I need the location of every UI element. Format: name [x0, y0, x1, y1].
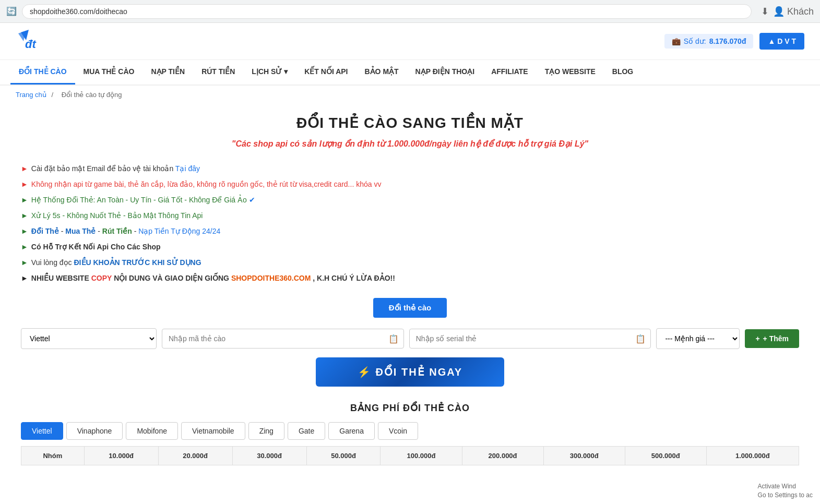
svg-text:đt: đt: [25, 38, 37, 51]
info-text-7: Vui lòng đọc ĐIỀU KHOẢN TRƯỚC KHI SỬ DỤN…: [31, 255, 201, 270]
breadcrumb-home[interactable]: Trang chủ: [16, 91, 46, 99]
logo[interactable]: đt: [16, 28, 47, 54]
info-item-7: ► Vui lòng đọc ĐIỀU KHOẢN TRƯỚC KHI SỬ D…: [21, 255, 799, 270]
carrier-tab-viettel[interactable]: Viettel: [21, 422, 63, 440]
nav-lich-su[interactable]: LỊCH SỬ ▾: [243, 60, 296, 85]
activate-text-1: Activate Wind: [758, 482, 813, 486]
them-button[interactable]: + + Thêm: [745, 329, 799, 348]
tai-day-link[interactable]: Tại đây: [175, 164, 200, 173]
arrow-icon-1: ►: [21, 161, 28, 176]
windows-activate: Activate Wind Go to Settings to ac: [751, 478, 820, 486]
header-right: 💼 Số dư: 8.176.070đ ▲ D V T: [664, 33, 804, 50]
balance-label: Số dư:: [684, 37, 706, 45]
copy-code-icon[interactable]: 📋: [388, 334, 399, 344]
copy-serial-icon[interactable]: 📋: [635, 334, 646, 344]
carrier-tabs: Viettel Vinaphone Mobifone Vietnamobile …: [21, 422, 799, 440]
nav-tao-website[interactable]: TẠO WEBSITE: [537, 60, 604, 85]
plus-icon: +: [755, 334, 759, 343]
info-item-2: ► Không nhận api từ game bài, thẻ ăn cắp…: [21, 177, 799, 191]
carrier-tab-mobifone[interactable]: Mobifone: [126, 422, 178, 440]
info-text-6: Có Hỗ Trợ Kết Nối Api Cho Các Shop: [31, 239, 161, 254]
nav-doi-the-cao[interactable]: ĐỔI THẺ CÀO: [10, 60, 75, 85]
main-content: ĐỔI THẺ CÀO SANG TIỀN MẶT "Các shop api …: [0, 104, 820, 486]
serial-input[interactable]: [409, 329, 651, 349]
address-bar[interactable]: shopdoithe360.com/doithecao: [22, 4, 752, 19]
info-item-8: ► NHIỀU WEBSITE COPY NỘI DUNG VÀ GIAO DI…: [21, 271, 799, 285]
nav-blog[interactable]: BLOG: [604, 60, 641, 85]
browser-icon: 🔄: [6, 6, 17, 16]
nav-bao-mat[interactable]: BẢO MẬT: [356, 60, 407, 85]
nav-nap-tien[interactable]: NẠP TIỀN: [142, 60, 193, 85]
arrow-icon-8: ►: [21, 271, 28, 285]
exchange-btn-wrap: ⚡ ĐỔI THẺ NGAY: [21, 357, 799, 387]
info-list: ► Cài đặt bảo mật Email để bảo vệ tài kh…: [21, 161, 799, 285]
info-item-6: ► Có Hỗ Trợ Kết Nối Api Cho Các Shop: [21, 239, 799, 254]
info-text-1: Cài đặt bảo mật Email để bảo vệ tài khoả…: [31, 161, 200, 176]
table-title: BẢNG PHÍ ĐỔI THẺ CÀO: [21, 402, 799, 414]
carrier-tab-zing[interactable]: Zing: [248, 422, 284, 440]
code-input[interactable]: [162, 329, 404, 349]
carrier-tab-vietnamobile[interactable]: Vietnamobile: [181, 422, 245, 440]
nav-nap-dien-thoai[interactable]: NẠP ĐIỆN THOẠI: [407, 60, 483, 85]
main-nav: ĐỔI THẺ CÀO MUA THẺ CÀO NẠP TIỀN RÚT TIỀ…: [0, 60, 820, 86]
col-100k: 100.000đ: [381, 447, 462, 465]
col-30k: 30.000đ: [232, 447, 306, 465]
nav-rut-tien[interactable]: RÚT TIỀN: [193, 60, 243, 85]
info-item-4: ► Xử Lý 5s - Không Nuốt Thẻ - Bảo Mật Th…: [21, 208, 799, 223]
carrier-tab-garena[interactable]: Garena: [328, 422, 375, 440]
carrier-tab-gate[interactable]: Gate: [288, 422, 325, 440]
breadcrumb-current: Đổi thẻ cào tự động: [62, 91, 122, 99]
download-btn[interactable]: ⬇: [761, 6, 769, 17]
col-200k: 200.000đ: [462, 447, 543, 465]
carrier-tab-vcoin[interactable]: Vcoin: [378, 422, 418, 440]
price-table: Nhóm 10.000đ 20.000đ 30.000đ 50.000đ 100…: [21, 446, 799, 465]
col-50k: 50.000đ: [306, 447, 381, 465]
wallet-icon: 💼: [672, 37, 681, 45]
tab-buttons: Đổi thẻ cào: [21, 298, 799, 318]
info-text-8: NHIỀU WEBSITE COPY NỘI DUNG VÀ GIAO DIỆN…: [31, 271, 395, 285]
arrow-icon-2: ►: [21, 177, 28, 191]
info-text-2: Không nhận api từ game bài, thẻ ăn cắp, …: [31, 177, 382, 191]
browser-actions: ⬇ 👤 Khách: [761, 6, 814, 17]
nav-ket-noi-api[interactable]: KẾT NỐI API: [296, 60, 356, 85]
col-20k: 20.000đ: [158, 447, 232, 465]
mua-the-link[interactable]: Mua Thẻ: [65, 227, 96, 235]
breadcrumb: Trang chủ / Đổi thẻ cào tự động: [0, 86, 820, 104]
code-input-group: 📋: [162, 329, 404, 349]
table-header-row: Nhóm 10.000đ 20.000đ 30.000đ 50.000đ 100…: [21, 447, 799, 465]
carrier-select[interactable]: Viettel Vinaphone Mobifone Vietnamobile …: [21, 328, 157, 349]
info-item-1: ► Cài đặt bảo mật Email để bảo vệ tài kh…: [21, 161, 799, 176]
doi-the-cao-tab[interactable]: Đổi thẻ cào: [373, 298, 447, 318]
info-text-5: Đổi Thẻ - Mua Thẻ - Rút Tiền - Nạp Tiền …: [31, 224, 220, 238]
dvt-button[interactable]: ▲ D V T: [759, 33, 804, 50]
carrier-tab-vinaphone[interactable]: Vinaphone: [66, 422, 123, 440]
nav-affiliate[interactable]: AFFILIATE: [483, 60, 537, 85]
info-text-3: Hệ Thống Đổi Thẻ: An Toàn - Uy Tín - Giá…: [31, 193, 255, 207]
menh-gia-select[interactable]: --- Mệnh giá --- 10.000đ 20.000đ 30.000đ…: [656, 328, 740, 349]
nav-mua-the-cao[interactable]: MUA THẺ CÀO: [75, 60, 143, 85]
info-text-4: Xử Lý 5s - Không Nuốt Thẻ - Bảo Mật Thôn…: [31, 208, 203, 223]
col-500k: 500.000đ: [625, 447, 706, 465]
arrow-icon-7: ►: [21, 255, 28, 270]
balance-box: 💼 Số dư: 8.176.070đ: [664, 34, 754, 49]
rut-tien-link[interactable]: Rút Tiền: [102, 227, 132, 235]
account-btn[interactable]: 👤 Khách: [773, 6, 814, 17]
subtitle: "Các shop api có sản lượng ổn định từ 1.…: [21, 139, 799, 149]
col-300k: 300.000đ: [543, 447, 625, 465]
info-item-3: ► Hệ Thống Đổi Thẻ: An Toàn - Uy Tín - G…: [21, 193, 799, 207]
col-10k: 10.000đ: [84, 447, 158, 465]
col-1000k: 1.000.000đ: [706, 447, 799, 465]
verified-icon: ✔: [249, 196, 255, 204]
breadcrumb-separator: /: [51, 91, 53, 99]
balance-amount: 8.176.070đ: [709, 37, 746, 45]
dieu-khoan-link[interactable]: ĐIỀU KHOẢN TRƯỚC KHI SỬ DỤNG: [74, 258, 201, 267]
exchange-now-button[interactable]: ⚡ ĐỔI THẺ NGAY: [316, 357, 504, 387]
logo-icon: đt: [16, 28, 47, 54]
doi-the-link[interactable]: Đổi Thẻ: [31, 227, 59, 235]
arrow-icon-6: ►: [21, 239, 28, 254]
arrow-icon-4: ►: [21, 208, 28, 223]
table-section: BẢNG PHÍ ĐỔI THẺ CÀO Viettel Vinaphone M…: [21, 402, 799, 465]
arrow-icon-5: ►: [21, 224, 28, 238]
arrow-icon-3: ►: [21, 193, 28, 207]
nap-tien-link[interactable]: Nạp Tiền Tự Động 24/24: [138, 227, 220, 235]
